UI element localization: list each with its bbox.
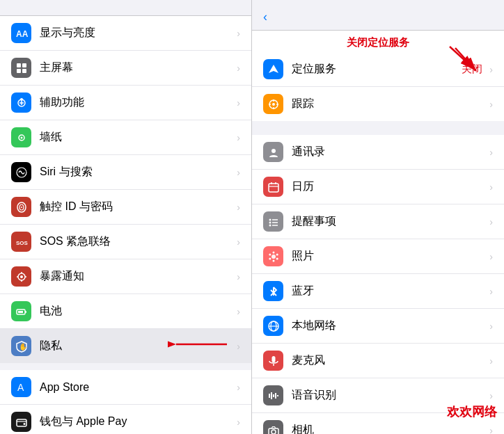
chevron-privacy-contacts: › [489,147,493,158]
privacy-label-speech: 语音识别 [292,388,487,403]
chevron-privacy-mic: › [489,355,493,367]
privacy-item-calendar[interactable]: 日历› [252,170,504,204]
privacy-label-localnet: 本地网络 [292,319,487,333]
privacy-label-location: 定位服务 [292,62,462,77]
chevron-privacy-photos: › [489,251,493,262]
svg-point-55 [272,251,274,253]
exposure-icon [11,266,31,287]
svg-point-31 [23,423,25,425]
svg-point-17 [20,275,23,278]
left-panel-title [0,0,251,16]
svg-point-54 [271,255,276,259]
settings-list: AA显示与亮度›主屏幕›辅助功能›墙纸›Siri 与搜索›触控 ID 与密码›S… [0,16,251,434]
privacy-item-localnet[interactable]: 本地网络› [252,309,504,344]
privacy-item-contacts[interactable]: 通讯录› [252,135,504,170]
privacy-list: 关闭定位服务 定位服务关闭›跟踪› 通讯录›日历›提醒事项›照 [252,31,504,434]
privacy-label-calendar: 日历 [292,179,487,194]
svg-point-36 [272,103,275,106]
privacy-label-camera: 相机 [292,423,487,434]
svg-rect-24 [25,311,26,313]
speech-icon [263,385,283,405]
chevron-icon-siri: › [237,167,240,178]
settings-label-siri: Siri 与搜索 [40,165,234,179]
privacy-label-tracking: 跟踪 [292,97,487,111]
privacy-item-bluetooth[interactable]: 蓝牙› [252,274,504,309]
settings-item-battery[interactable]: 电池› [0,294,251,329]
tracking-icon [263,94,283,114]
privacy-label-photos: 照片 [292,249,487,264]
svg-rect-23 [18,311,23,313]
calendar-icon [263,177,283,197]
settings-item-siri[interactable]: Siri 与搜索› [0,155,251,190]
svg-rect-1 [17,63,21,67]
svg-point-14 [21,207,22,208]
settings-label-touch: 触控 ID 与密码 [40,200,234,214]
privacy-value-location: 关闭 [462,63,482,76]
battery-icon [11,301,31,321]
left-panel: AA显示与亮度›主屏幕›辅助功能›墙纸›Siri 与搜索›触控 ID 与密码›S… [0,0,252,434]
chevron-privacy-camera: › [489,425,493,435]
right-panel: ‹ 关闭定位服务 定位服务关闭›跟踪› [252,0,504,434]
svg-point-48 [269,218,271,220]
privacy-item-reminders[interactable]: 提醒事项› [252,204,504,239]
chevron-privacy-reminders: › [489,216,493,227]
contacts-icon [263,142,283,162]
settings-item-accessibility[interactable]: 辅助功能› [0,86,251,120]
svg-rect-29 [17,419,26,426]
settings-item-display[interactable]: AA显示与亮度› [0,16,251,51]
privacy-bottom-group: 通讯录›日历›提醒事项›照片›蓝牙›本地网络›麦克风›语音识别›相机›健康› [252,135,504,434]
svg-point-60 [269,253,271,255]
settings-group-store: AApp Store›钱包与 Apple Pay› [0,370,251,434]
privacy-top-group: 关闭定位服务 定位服务关闭›跟踪› [252,31,504,121]
settings-item-touch[interactable]: 触控 ID 与密码› [0,190,251,225]
chevron-privacy-location: › [489,64,493,75]
privacy-item-photos[interactable]: 照片› [252,239,504,274]
settings-item-wallet[interactable]: 钱包与 Apple Pay› [0,405,251,434]
privacy-item-mic[interactable]: 麦克风› [252,344,504,378]
display-icon: AA [11,23,31,43]
settings-label-wallet: 钱包与 Apple Pay [40,415,234,429]
chevron-privacy-localnet: › [489,321,493,332]
camera-icon [263,420,283,434]
settings-group-main: AA显示与亮度›主屏幕›辅助功能›墙纸›Siri 与搜索›触控 ID 与密码›S… [0,16,251,363]
settings-label-wallpaper: 墙纸 [40,130,234,145]
location-icon [263,59,283,79]
settings-item-privacy[interactable]: ✋隐私› [0,329,251,363]
back-button[interactable]: ‹ [263,10,269,24]
svg-point-59 [269,257,271,259]
settings-item-exposure[interactable]: 暴露通知› [0,259,251,294]
mic-icon [263,351,283,371]
sos-icon: SOS [11,232,31,252]
svg-point-58 [272,259,274,262]
settings-item-wallpaper[interactable]: 墙纸› [0,120,251,155]
svg-point-56 [276,253,278,255]
settings-item-appstore[interactable]: AApp Store› [0,370,251,405]
privacy-label-contacts: 通讯录 [292,145,487,159]
right-annotation-label: 关闭定位服务 [252,31,504,52]
homescreen-icon [11,58,31,78]
privacy-item-tracking[interactable]: 跟踪› [252,87,504,121]
svg-point-50 [269,224,271,226]
settings-item-homescreen[interactable]: 主屏幕› [0,51,251,86]
settings-label-privacy: 隐私 [40,339,234,353]
svg-text:A: A [17,382,24,393]
chevron-privacy-bluetooth: › [489,286,493,297]
wallet-icon [11,412,31,432]
svg-point-57 [276,257,278,259]
settings-label-exposure: 暴露通知 [40,269,234,284]
settings-label-sos: SOS 紧急联络 [40,234,234,249]
settings-label-display: 显示与亮度 [40,26,234,40]
svg-rect-4 [22,69,26,73]
chevron-privacy-speech: › [489,390,493,401]
settings-item-sos[interactable]: SOSSOS 紧急联络› [0,225,251,259]
accessibility-icon [11,93,31,113]
siri-icon [11,162,31,182]
chevron-icon-exposure: › [237,271,240,282]
privacy-item-speech[interactable]: 语音识别› [252,378,504,413]
bluetooth-icon [263,281,283,301]
wallpaper-icon [11,127,31,147]
privacy-item-location[interactable]: 定位服务关闭› [252,52,504,87]
svg-rect-3 [17,69,21,73]
svg-point-10 [20,136,22,138]
privacy-item-camera[interactable]: 相机› [252,413,504,434]
